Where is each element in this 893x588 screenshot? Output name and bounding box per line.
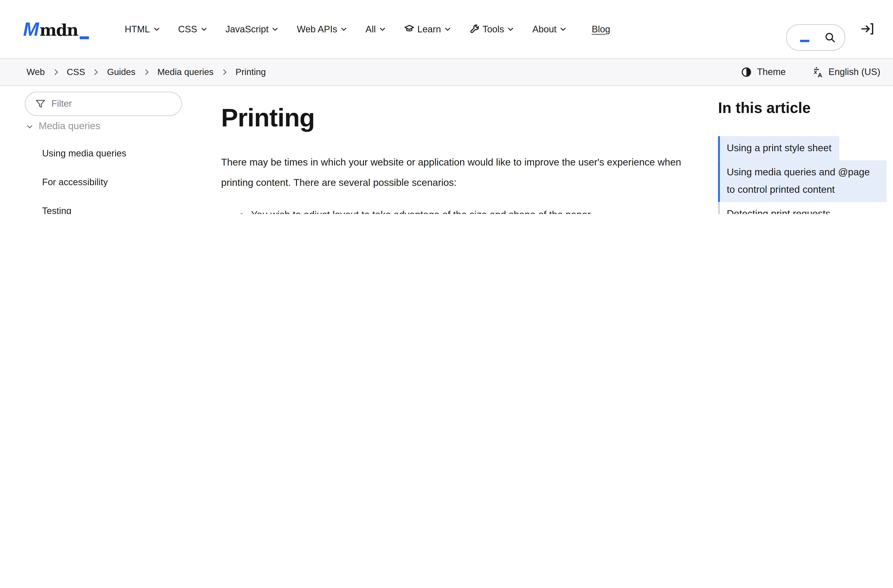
chevron-down-icon <box>444 26 451 33</box>
search-input[interactable] <box>786 24 845 51</box>
toc-panel: In this article Using a print style shee… <box>718 86 887 214</box>
breadcrumb-printing[interactable]: Printing <box>236 67 266 77</box>
chevron-down-icon <box>272 26 279 33</box>
breadcrumb: Web CSS Guides Media queries Printing <box>27 67 266 77</box>
breadcrumb-guides[interactable]: Guides <box>107 67 135 77</box>
chevron-right-icon <box>143 69 150 76</box>
chevron-right-icon <box>93 69 99 76</box>
chevron-right-icon <box>52 69 59 76</box>
intro-paragraph: There may be times in which your website… <box>221 153 683 193</box>
theme-switcher[interactable]: Theme <box>741 66 786 78</box>
nav-item-learn[interactable]: Learn <box>404 24 451 34</box>
sidebar-section-media-queries[interactable]: Media queries <box>26 120 101 132</box>
nav-item-all[interactable]: All <box>365 24 386 34</box>
breadcrumb-css[interactable]: CSS <box>67 67 85 77</box>
breadcrumb-actions: Theme xA English (US) <box>741 66 880 78</box>
page-title: Printing <box>221 103 683 133</box>
chevron-down-icon <box>340 26 348 33</box>
toc-item-detecting-print-requests[interactable]: Detecting print requests <box>718 202 839 214</box>
mdn-logo[interactable]: Mmdn <box>23 18 89 40</box>
language-switcher[interactable]: xA English (US) <box>812 66 880 78</box>
svg-text:x: x <box>814 69 817 75</box>
breadcrumb-media-queries[interactable]: Media queries <box>157 67 213 77</box>
main-nav: HTML CSS JavaScript Web APIs All Learn T… <box>125 24 610 34</box>
breadcrumb-bar: Web CSS Guides Media queries Printing Th… <box>0 58 893 86</box>
sidebar-item-using-media-queries[interactable]: Using media queries <box>0 139 208 168</box>
sidebar-item-testing[interactable]: Testing <box>0 197 208 214</box>
nav-item-javascript[interactable]: JavaScript <box>226 24 279 34</box>
nav-item-css[interactable]: CSS <box>178 24 207 34</box>
filter-icon <box>35 99 46 109</box>
mdn-logo-text: mdn <box>39 21 78 40</box>
translate-icon: xA <box>812 66 824 78</box>
sign-in-icon[interactable] <box>860 21 875 36</box>
chevron-down-icon <box>559 26 567 33</box>
sidebar-item-for-accessibility[interactable]: For accessibility <box>0 168 208 196</box>
article: Printing There may be times in which you… <box>221 86 683 214</box>
mdn-page: Mmdn HTML CSS JavaScript Web APIs All Le… <box>0 0 893 214</box>
search-cursor-underscore <box>800 40 809 42</box>
chevron-down-icon <box>200 26 207 33</box>
toc-list: Using a print style sheet Using media qu… <box>718 136 887 214</box>
content-area: Filter Media queries Using media queries… <box>0 86 893 214</box>
sidebar: Filter Media queries Using media queries… <box>0 86 208 214</box>
mdn-logo-m: M <box>23 18 38 40</box>
breadcrumb-web[interactable]: Web <box>27 67 45 77</box>
chevron-down-icon <box>507 26 514 33</box>
list-item: You wish to adjust layout to take advant… <box>250 206 683 214</box>
nav-item-html[interactable]: HTML <box>125 24 160 34</box>
sidebar-filter-input[interactable]: Filter <box>25 92 182 116</box>
nav-item-web-apis[interactable]: Web APIs <box>297 24 348 34</box>
graduation-cap-icon <box>404 24 414 34</box>
theme-icon <box>741 66 752 78</box>
chevron-down-icon <box>379 26 386 33</box>
chevron-right-icon <box>221 69 228 76</box>
chevron-down-icon <box>26 123 34 130</box>
scenario-list: You wish to adjust layout to take advant… <box>221 206 683 214</box>
toc-title: In this article <box>718 99 887 117</box>
search-icon[interactable] <box>824 32 836 43</box>
nav-item-about[interactable]: About <box>532 24 567 34</box>
toc-item-using-media-queries-and-page[interactable]: Using media queries and @page to control… <box>718 160 887 202</box>
filter-placeholder: Filter <box>51 99 72 109</box>
mdn-logo-underscore <box>80 36 89 39</box>
wrench-icon <box>469 24 480 34</box>
svg-text:A: A <box>818 72 822 78</box>
chevron-down-icon <box>153 26 160 33</box>
nav-item-blog[interactable]: Blog <box>592 24 610 34</box>
nav-item-tools[interactable]: Tools <box>469 24 514 34</box>
top-header: Mmdn HTML CSS JavaScript Web APIs All Le… <box>0 0 893 58</box>
toc-item-using-a-print-style-sheet[interactable]: Using a print style sheet <box>718 136 840 160</box>
